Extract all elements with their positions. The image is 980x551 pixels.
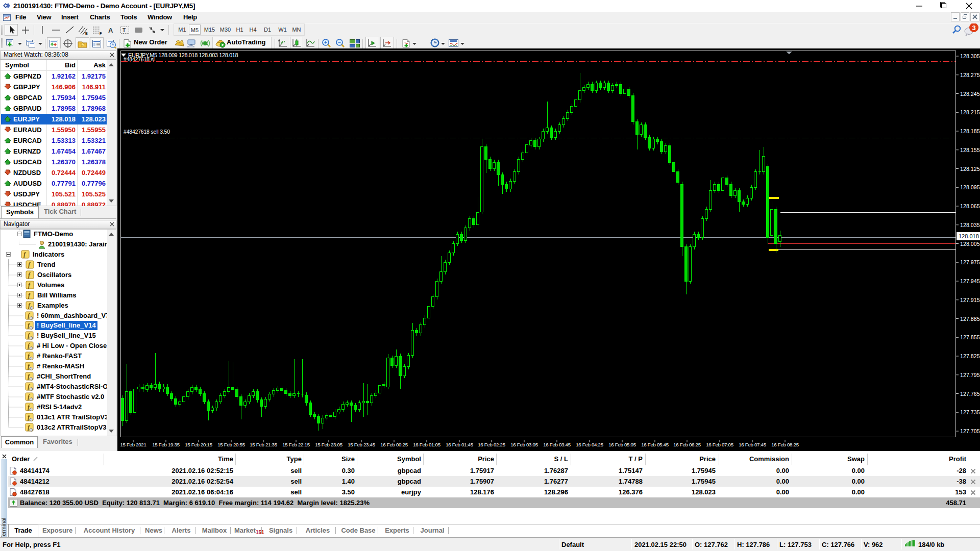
svg-text:16 Feb 06:25: 16 Feb 06:25 (673, 442, 701, 447)
svg-text:128.155: 128.155 (960, 147, 980, 153)
svg-text:15 Feb 19:35: 15 Feb 19:35 (152, 442, 180, 447)
svg-text:128.065: 128.065 (960, 203, 980, 209)
svg-text:16 Feb 02:25: 16 Feb 02:25 (478, 442, 505, 447)
svg-text:15 Feb 20:55: 15 Feb 20:55 (217, 442, 245, 447)
svg-text:127.765: 127.765 (960, 391, 980, 397)
svg-text:127.795: 127.795 (960, 372, 980, 378)
svg-text:16 Feb 01:45: 16 Feb 01:45 (446, 442, 473, 447)
svg-text:128.095: 128.095 (960, 184, 980, 190)
svg-text:128.275: 128.275 (960, 72, 980, 78)
svg-text:16 Feb 05:05: 16 Feb 05:05 (608, 442, 636, 447)
svg-text:15 Feb 2021: 15 Feb 2021 (120, 442, 146, 447)
svg-text:F: F (100, 32, 102, 35)
svg-text:A: A (108, 27, 113, 34)
svg-text:127.705: 127.705 (960, 428, 980, 434)
svg-text:16 Feb 01:05: 16 Feb 01:05 (413, 442, 440, 447)
svg-text:3: 3 (972, 24, 975, 32)
svg-text:T: T (122, 28, 126, 33)
svg-text:127.975: 127.975 (960, 259, 980, 265)
svg-text:127.915: 127.915 (960, 297, 980, 303)
svg-text:128.125: 128.125 (960, 166, 980, 172)
svg-text:128.215: 128.215 (960, 109, 980, 115)
svg-text:15 Feb 22:15: 15 Feb 22:15 (282, 442, 310, 447)
svg-text:#48427618 sl: #48427618 sl (124, 56, 155, 62)
svg-text:16 Feb 07:45: 16 Feb 07:45 (739, 442, 766, 447)
svg-text:127.735: 127.735 (960, 409, 980, 415)
svg-text:16 Feb 03:45: 16 Feb 03:45 (543, 442, 571, 447)
svg-text:16 Feb 00:25: 16 Feb 00:25 (380, 442, 408, 447)
svg-text:15 Feb 23:05: 15 Feb 23:05 (315, 442, 342, 447)
svg-text:128.005: 128.005 (960, 241, 980, 247)
svg-text:#48427618 sell 3.50: #48427618 sell 3.50 (124, 129, 170, 135)
svg-text:16 Feb 07:05: 16 Feb 07:05 (706, 442, 733, 447)
svg-text:127.885: 127.885 (960, 316, 980, 322)
svg-text:128.305: 128.305 (960, 53, 980, 59)
svg-text:16 Feb 03:05: 16 Feb 03:05 (510, 442, 538, 447)
svg-text:15 Feb 23:45: 15 Feb 23:45 (348, 442, 375, 447)
svg-text:127.855: 127.855 (960, 334, 980, 340)
svg-text:127.825: 127.825 (960, 353, 980, 359)
svg-text:127.945: 127.945 (960, 278, 980, 284)
svg-text:15 Feb 21:35: 15 Feb 21:35 (250, 442, 277, 447)
svg-text:128.185: 128.185 (960, 128, 980, 134)
svg-text:128.245: 128.245 (960, 91, 980, 97)
svg-text:16 Feb 08:25: 16 Feb 08:25 (771, 442, 799, 447)
svg-text:16 Feb 04:25: 16 Feb 04:25 (576, 442, 603, 447)
svg-text:128.035: 128.035 (960, 222, 980, 228)
svg-text:E: E (85, 32, 88, 35)
svg-text:15 Feb 20:15: 15 Feb 20:15 (185, 442, 212, 447)
svg-text:16 Feb 05:45: 16 Feb 05:45 (641, 442, 669, 447)
